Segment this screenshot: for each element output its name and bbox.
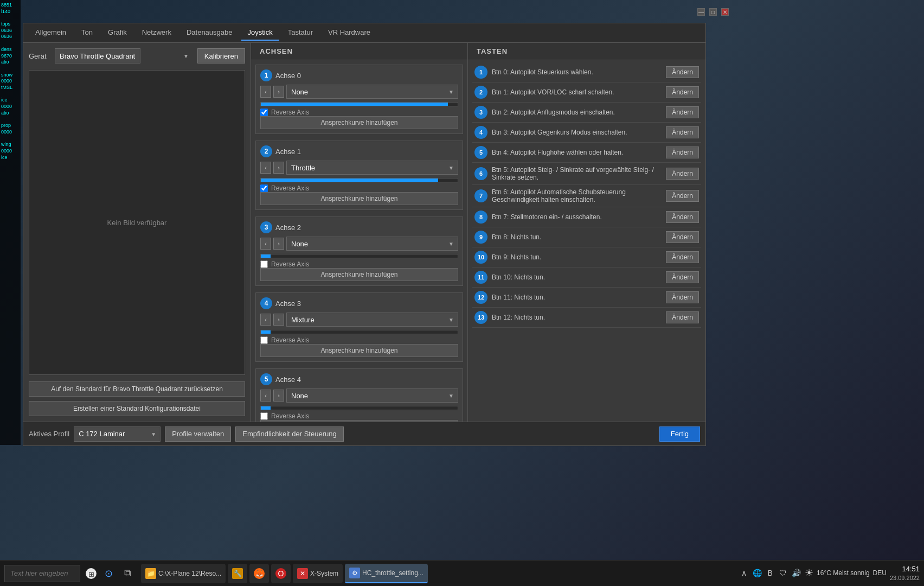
profil-select-wrapper: C 172 Laminar [74, 426, 161, 442]
start-button[interactable]: ⊞ [82, 565, 100, 582]
axis-4-header: 5 Achse 4 [260, 373, 458, 385]
btn-4-aendern[interactable]: Ändern [666, 146, 699, 158]
aktives-profil-label: Aktives Profil [29, 430, 69, 438]
kalibrieren-button[interactable]: Kalibrieren [197, 48, 245, 63]
btn-0-number: 1 [474, 66, 487, 79]
axis-0-next[interactable]: › [273, 86, 284, 98]
btn-item-9: 10 Btn 9: Nichts tun. Ändern [472, 247, 701, 267]
axis-1-curve-button[interactable]: Ansprechkurve hinzufügen [260, 192, 458, 205]
btn-10-aendern[interactable]: Ändern [666, 271, 699, 283]
axis-0-reverse-checkbox[interactable] [260, 109, 268, 116]
axis-2-next[interactable]: › [273, 238, 284, 250]
btn-9-aendern[interactable]: Ändern [666, 251, 699, 263]
axis-4-select[interactable]: None Throttle Mixture [286, 388, 458, 403]
btn-12-aendern[interactable]: Ändern [666, 311, 699, 323]
task-view-icon[interactable]: ⧉ [121, 565, 139, 582]
axis-0-curve-button[interactable]: Ansprechkurve hinzufügen [260, 116, 458, 129]
axis-2-select[interactable]: None Throttle Mixture [286, 237, 458, 251]
cortana-icon[interactable]: ⊙ [102, 565, 119, 582]
axis-0-prev[interactable]: ‹ [260, 86, 271, 98]
axis-2-reverse-row: Reverse Axis [260, 260, 458, 268]
tray-volume-icon[interactable]: 🔊 [791, 568, 801, 578]
device-label: Gerät [29, 52, 50, 60]
device-row: Gerät Bravo Throttle Quadrant Kalibriere… [29, 48, 245, 63]
taskbar-app-addon[interactable]: 🔧 [228, 564, 247, 583]
axis-2-title: Achse 2 [275, 224, 301, 232]
btn-1-aendern[interactable]: Ändern [666, 86, 699, 98]
axis-1-next[interactable]: › [273, 162, 284, 174]
create-config-button[interactable]: Erstellen einer Standard Konfigurationsd… [29, 401, 245, 416]
tray-chevron-icon[interactable]: ∧ [739, 568, 749, 578]
axis-3-prev[interactable]: ‹ [260, 314, 271, 326]
tray-antivirus-icon[interactable]: 🛡 [778, 568, 788, 578]
btn-2-number: 3 [474, 106, 487, 119]
nav-item-vr-hardware[interactable]: VR Hardware [322, 25, 377, 41]
axis-4-next[interactable]: › [273, 390, 284, 402]
btn-2-aendern[interactable]: Ändern [666, 106, 699, 118]
axis-3-next[interactable]: › [273, 314, 284, 326]
nav-item-netzwerk[interactable]: Netzwerk [136, 25, 178, 41]
axis-2-curve-button[interactable]: Ansprechkurve hinzufügen [260, 268, 458, 281]
axis-3-bar-row [260, 330, 458, 334]
taskbar-app-hc-throttle[interactable]: ⚙ HC_throttle_setting... [345, 564, 428, 583]
taskbar-search-input[interactable] [4, 565, 80, 582]
minimize-button[interactable]: — [697, 8, 705, 16]
empfindlichkeit-button[interactable]: Empfindlichkeit der Steuerung [235, 426, 343, 442]
btn-6-aendern[interactable]: Ändern [666, 190, 699, 202]
axis-1-prev[interactable]: ‹ [260, 162, 271, 174]
btn-3-aendern[interactable]: Ändern [666, 126, 699, 138]
taskbar-app-opera[interactable]: O [271, 564, 291, 583]
nav-item-grafik[interactable]: Grafik [101, 25, 133, 41]
axis-4-prev[interactable]: ‹ [260, 390, 271, 402]
btn-7-number: 8 [474, 211, 487, 224]
btn-5-number: 6 [474, 167, 487, 180]
profile-verwalten-button[interactable]: Profile verwalten [165, 426, 231, 442]
axis-0-select[interactable]: None Throttle Mixture [286, 85, 458, 99]
profil-select[interactable]: C 172 Laminar [74, 426, 161, 442]
btn-8-aendern[interactable]: Ändern [666, 231, 699, 243]
btn-5-aendern[interactable]: Ändern [666, 168, 699, 180]
btn-7-aendern[interactable]: Ändern [666, 211, 699, 223]
axis-1-controls: ‹ › Throttle None Mixture [260, 161, 458, 175]
device-select[interactable]: Bravo Throttle Quadrant [55, 48, 140, 63]
axis-2-prev[interactable]: ‹ [260, 238, 271, 250]
maximize-button[interactable]: □ [709, 8, 717, 16]
axis-3-reverse-checkbox[interactable] [260, 336, 268, 344]
opera-icon: O [275, 568, 286, 579]
axis-2-bar-row [260, 254, 458, 258]
nav-item-datenausgabe[interactable]: Datenausgabe [180, 25, 239, 41]
fertig-button[interactable]: Fertig [659, 426, 700, 442]
taskbar-app-file-explorer[interactable]: 📁 C:\X-Plane 12\Reso... [141, 564, 226, 583]
nav-item-tastatur[interactable]: Tastatur [281, 25, 319, 41]
tasten-panel: TASTEN 1 Btn 0: Autopilot Steuerkurs wäh… [468, 43, 705, 422]
axis-0-controls: ‹ › None Throttle Mixture [260, 85, 458, 99]
axis-3-curve-button[interactable]: Ansprechkurve hinzufügen [260, 344, 458, 357]
time-date: 14:51 23.09.2022 [890, 564, 920, 583]
nav-item-ton[interactable]: Ton [75, 25, 99, 41]
axis-3-bar-track [260, 330, 458, 334]
taskbar-app-firefox[interactable]: 🦊 [249, 564, 269, 583]
axis-4-reverse-checkbox[interactable] [260, 412, 268, 420]
nav-item-allgemein[interactable]: Allgemein [29, 25, 73, 41]
axis-3-select[interactable]: Mixture None Throttle [286, 313, 458, 327]
axis-4-controls: ‹ › None Throttle Mixture [260, 388, 458, 403]
btn-12-desc: Btn 12: Nichts tun. [492, 314, 662, 321]
btn-item-1: 2 Btn 1: Autopilot VOR/LOC scharf schalt… [472, 82, 701, 103]
btn-item-7: 8 Btn 7: Stellmotoren ein- / ausschalten… [472, 207, 701, 227]
axis-4-reverse-row: Reverse Axis [260, 412, 458, 420]
axis-0-bar-row [260, 102, 458, 106]
reset-button[interactable]: Auf den Standard für Bravo Throttle Quad… [29, 381, 245, 397]
axis-1-reverse-checkbox[interactable] [260, 184, 268, 192]
taskbar-app-xsystem[interactable]: ✕ X-System [293, 564, 343, 583]
btn-11-aendern[interactable]: Ändern [666, 291, 699, 303]
axis-2-reverse-checkbox[interactable] [260, 260, 268, 268]
btn-10-number: 11 [474, 271, 487, 284]
tray-bluetooth-icon[interactable]: B [765, 568, 775, 578]
btn-0-aendern[interactable]: Ändern [666, 66, 699, 78]
axis-1-select[interactable]: Throttle None Mixture [286, 161, 458, 175]
axes-list: 1 Achse 0 ‹ › None Throttle Mixture [251, 60, 467, 422]
nav-item-joystick[interactable]: Joystick [241, 25, 279, 41]
tray-network-icon[interactable]: 🌐 [752, 568, 762, 578]
btn-0-desc: Btn 0: Autopilot Steuerkurs wählen. [492, 68, 662, 76]
close-button[interactable]: ✕ [721, 8, 729, 16]
